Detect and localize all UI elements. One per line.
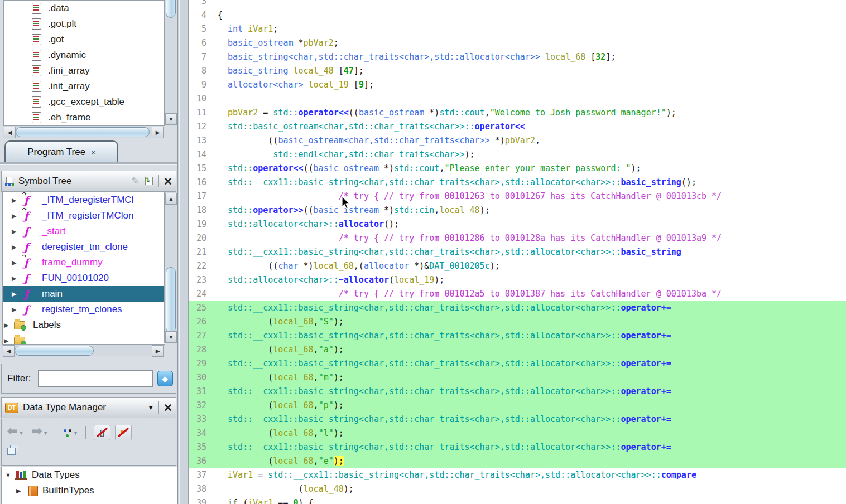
forward-arrow-icon[interactable]: ➡: [32, 424, 42, 438]
program-tree-item[interactable]: .got.plt: [4, 16, 165, 32]
back-dropdown-icon[interactable]: ▼: [18, 430, 23, 436]
filter-options-icon[interactable]: ◆: [157, 371, 173, 386]
code-line-17[interactable]: 17 /* try { // try from 00101263 to 0010…: [189, 190, 846, 203]
expand-arrow-icon[interactable]: ▶: [4, 337, 11, 345]
code-line-20[interactable]: 20 /* try { // try from 00101286 to 0010…: [189, 231, 846, 245]
program-tree-item[interactable]: .data: [4, 1, 165, 16]
code-line-24[interactable]: 24 /* try { // try from 001012a5 to 0010…: [189, 287, 846, 301]
code-line-12[interactable]: 12 std::basic_ostream<char,std::char_tra…: [189, 120, 846, 134]
code-line-23[interactable]: 23 std::allocator<char>::~allocator(loca…: [189, 273, 846, 287]
scrollbar-thumb[interactable]: [166, 267, 176, 333]
program-tree-item[interactable]: .eh_frame: [4, 110, 165, 125]
organize-types-icon[interactable]: [64, 429, 72, 437]
tree-folder-partial[interactable]: ▶: [3, 333, 165, 345]
code-line-37[interactable]: 37 iVar1 = std::__cxx11::basic_string<ch…: [189, 468, 846, 482]
program-tree-item[interactable]: .init_array: [4, 79, 165, 94]
expand-arrow-icon[interactable]: ▶: [12, 275, 18, 282]
code-line-26[interactable]: 26 (local_68,"S");: [189, 315, 846, 329]
code-line-22[interactable]: 22 ((char *)local_68,(allocator *)&DAT_0…: [189, 259, 846, 273]
program-tree-hscrollbar[interactable]: ◀ ▶: [3, 125, 164, 138]
decompiler-view[interactable]: 34{5 int iVar1;6 basic_ostream *pbVar2;7…: [189, 0, 846, 504]
expand-arrow-icon[interactable]: ▼: [5, 472, 12, 478]
code-line-14[interactable]: 14 std::endl<char,std::char_traits<char>…: [189, 148, 846, 162]
code-line-25[interactable]: 25 std::__cxx11::basic_string<char,std::…: [189, 301, 846, 315]
code-line-39[interactable]: 39 if (iVar1 == 0) {: [189, 496, 846, 504]
code-line-21[interactable]: 21 std::__cxx11::basic_string<char,std::…: [189, 245, 846, 259]
symbol-tree-vscrollbar[interactable]: ▲ ▼: [164, 192, 176, 343]
code-line-9[interactable]: 9 allocator<char> local_19 [9];: [189, 78, 846, 92]
symbol-tree-item-_start[interactable]: ▶ƒ_start: [3, 224, 165, 239]
tab-program-tree[interactable]: Program Tree ×: [4, 140, 118, 163]
code-line-31[interactable]: 31 std::__cxx11::basic_string<char,std::…: [189, 385, 846, 399]
edit-pencil-icon[interactable]: ✎: [131, 175, 140, 187]
dtm-item-data-types[interactable]: ▼Data Types: [2, 467, 177, 483]
code-line-33[interactable]: 33 std::__cxx11::basic_string<char,std::…: [189, 413, 846, 427]
organize-dropdown-icon[interactable]: ▼: [73, 430, 78, 436]
program-tree-item[interactable]: .dynamic: [4, 47, 165, 63]
scroll-down-button[interactable]: ▼: [165, 331, 177, 343]
code-line-38[interactable]: 38 (local_48);: [189, 482, 846, 496]
filter-pointers-toggle[interactable]: ☛: [115, 425, 132, 440]
code-line-11[interactable]: 11 pbVar2 = std::operator<<((basic_ostre…: [189, 106, 846, 120]
expand-arrow-icon[interactable]: ▶: [12, 212, 18, 220]
code-line-28[interactable]: 28 (local_68,"a");: [189, 343, 846, 357]
scrollbar-thumb[interactable]: [15, 346, 94, 356]
panel-splitter[interactable]: [177, 0, 189, 504]
close-icon[interactable]: ✕: [164, 401, 172, 414]
panel-menu-icon[interactable]: ▼: [147, 404, 154, 411]
forward-dropdown-icon[interactable]: ▼: [43, 430, 48, 436]
code-line-5[interactable]: 5 int iVar1;: [189, 22, 846, 36]
symbol-tree-item-deregister_tm_clone[interactable]: ▶ƒderegister_tm_clone: [3, 239, 165, 255]
scroll-right-button[interactable]: ▶: [152, 127, 164, 138]
program-tree-vscrollbar[interactable]: ▼: [164, 0, 176, 125]
expand-arrow-icon[interactable]: ▶: [12, 244, 18, 251]
code-line-19[interactable]: 19 std::allocator<char>::allocator();: [189, 217, 846, 231]
expand-arrow-icon[interactable]: ▶: [12, 228, 18, 235]
goto-symbol-icon[interactable]: ↴: [144, 177, 154, 186]
code-line-15[interactable]: 15 std::operator<<((basic_ostream *)std:…: [189, 162, 846, 176]
dtm-item-builtintypes[interactable]: ▶BuiltInTypes: [2, 483, 177, 498]
tab-close-icon[interactable]: ×: [91, 148, 95, 157]
code-line-16[interactable]: 16 std::__cxx11::basic_string<char,std::…: [189, 176, 846, 190]
collapse-all-button[interactable]: −: [7, 445, 18, 455]
expand-arrow-icon[interactable]: ▶: [12, 259, 18, 266]
scroll-down-button[interactable]: ▼: [165, 113, 177, 125]
program-tree-item[interactable]: .fini_array: [4, 63, 165, 79]
tree-folder-Labels[interactable]: ▶Labels: [3, 317, 165, 333]
scroll-left-button[interactable]: ◀: [3, 345, 15, 357]
filter-arrays-toggle[interactable]: []: [94, 425, 110, 440]
symbol-tree-item-FUN_00101020[interactable]: ▶ƒFUN_00101020: [3, 270, 165, 286]
scrollbar-thumb[interactable]: [16, 127, 150, 137]
symbol-tree-item-_ITM_registerTMClon[interactable]: ▶ƒ↷_ITM_registerTMClon: [3, 208, 165, 224]
symbol-tree-item-frame_dummy[interactable]: ▶ƒ↷frame_dummy: [3, 255, 165, 270]
code-line-29[interactable]: 29 std::__cxx11::basic_string<char,std::…: [189, 357, 846, 371]
code-line-8[interactable]: 8 basic_string local_48 [47];: [189, 64, 846, 78]
expand-arrow-icon[interactable]: ▶: [12, 197, 18, 204]
code-line-35[interactable]: 35 std::__cxx11::basic_string<char,std::…: [189, 440, 846, 454]
code-line-10[interactable]: 10: [189, 92, 846, 106]
program-tree-item[interactable]: .gcc_except_table: [4, 94, 165, 110]
scroll-up-button[interactable]: ▲: [165, 193, 177, 205]
program-tree-item[interactable]: .got: [4, 32, 165, 47]
code-line-30[interactable]: 30 (local_68,"m");: [189, 371, 846, 385]
symbol-tree-item-main[interactable]: ▶ƒmain: [3, 286, 165, 302]
code-line-3[interactable]: 3: [189, 0, 846, 8]
scroll-right-button[interactable]: ▶: [152, 345, 164, 357]
code-line-34[interactable]: 34 (local_68,"l");: [189, 427, 846, 440]
code-line-32[interactable]: 32 (local_68,"p");: [189, 399, 846, 413]
scrollbar-thumb[interactable]: [166, 0, 176, 18]
code-line-27[interactable]: 27 std::__cxx11::basic_string<char,std::…: [189, 329, 846, 343]
code-line-6[interactable]: 6 basic_ostream *pbVar2;: [189, 36, 846, 50]
expand-arrow-icon[interactable]: ▶: [16, 487, 23, 495]
code-line-4[interactable]: 4{: [189, 8, 846, 22]
symbol-tree-item-_ITM_deregisterTMCl[interactable]: ▶ƒ↷_ITM_deregisterTMCl: [3, 192, 165, 208]
code-line-7[interactable]: 7 basic_string<char,std::char_traits<cha…: [189, 50, 846, 64]
scroll-left-button[interactable]: ◀: [4, 127, 16, 138]
symbol-tree-item-register_tm_clones[interactable]: ▶ƒregister_tm_clones: [3, 302, 165, 317]
close-icon[interactable]: ✕: [164, 175, 172, 188]
code-line-13[interactable]: 13 ((basic_ostream<char,std::char_traits…: [189, 134, 846, 148]
expand-arrow-icon[interactable]: ▶: [12, 290, 18, 298]
code-line-18[interactable]: 18 std::operator>>((basic_istream *)std:…: [189, 203, 846, 217]
symbol-tree-hscrollbar[interactable]: ◀ ▶: [2, 344, 164, 356]
code-line-36[interactable]: 36 (local_68,"e");: [189, 454, 846, 468]
